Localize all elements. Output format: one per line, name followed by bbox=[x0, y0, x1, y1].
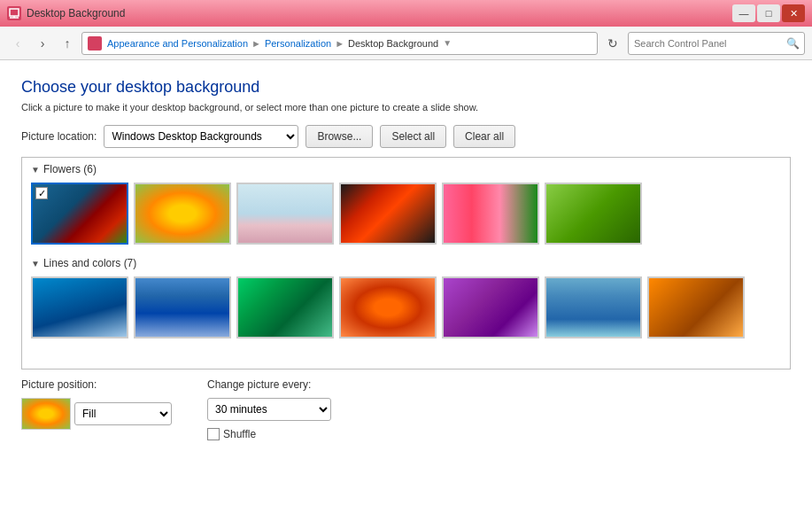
maximize-button[interactable]: □ bbox=[757, 4, 780, 22]
flower-checkbox-1[interactable]: ✓ bbox=[35, 187, 48, 199]
breadcrumb-appearance[interactable]: Appearance and Personalization bbox=[107, 38, 248, 49]
lines-image-grid bbox=[22, 273, 790, 346]
window-controls: — □ ✕ bbox=[732, 4, 805, 22]
lines-image-7[interactable] bbox=[647, 276, 745, 338]
app-icon bbox=[7, 6, 21, 20]
settings-row: Picture position: Fill Fit Stretch Tile … bbox=[21, 370, 791, 447]
lines-image-4[interactable] bbox=[339, 276, 437, 338]
browse-button[interactable]: Browse... bbox=[305, 125, 373, 148]
lines-image-1[interactable] bbox=[31, 276, 128, 338]
up-button[interactable]: ↑ bbox=[57, 33, 78, 54]
shuffle-row: Shuffle bbox=[207, 428, 331, 440]
flower-image-3[interactable] bbox=[236, 183, 334, 245]
forward-button[interactable]: › bbox=[32, 33, 53, 54]
nav-bar: ‹ › ↑ Appearance and Personalization ► P… bbox=[0, 27, 812, 60]
lines-image-3[interactable] bbox=[236, 276, 334, 338]
image-grid-container[interactable]: ▼ Flowers (6) ✓ ▼ Lines and colors (7) bbox=[21, 157, 791, 370]
flower-image-1[interactable]: ✓ bbox=[31, 183, 128, 245]
position-controls: Fill Fit Stretch Tile Center bbox=[21, 398, 172, 430]
position-select[interactable]: Fill Fit Stretch Tile Center bbox=[74, 402, 172, 425]
lines-image-6[interactable] bbox=[545, 276, 642, 338]
lines-image-5[interactable] bbox=[442, 276, 539, 338]
flowers-image-grid: ✓ bbox=[22, 179, 790, 252]
page-title: Choose your desktop background bbox=[21, 78, 791, 97]
change-every-label: Change picture every: bbox=[207, 378, 331, 391]
lines-expand-arrow: ▼ bbox=[31, 259, 40, 268]
picture-location-select[interactable]: Windows Desktop Backgrounds bbox=[104, 125, 298, 148]
flower-image-5[interactable] bbox=[442, 183, 539, 245]
flowers-group-label: Flowers (6) bbox=[43, 163, 97, 175]
lines-image-2[interactable] bbox=[134, 276, 231, 338]
flowers-group-header[interactable]: ▼ Flowers (6) bbox=[22, 158, 790, 179]
page-subtitle: Click a picture to make it your desktop … bbox=[21, 102, 791, 113]
flower-image-2[interactable] bbox=[134, 183, 231, 245]
change-every-select[interactable]: 30 minutes 10 seconds 30 seconds 1 minut… bbox=[207, 398, 331, 421]
main-content: Choose your desktop background Click a p… bbox=[0, 60, 812, 529]
breadcrumb: Appearance and Personalization ► Persona… bbox=[81, 32, 598, 55]
lines-group-header[interactable]: ▼ Lines and colors (7) bbox=[22, 252, 790, 273]
search-container: 🔍 bbox=[628, 32, 805, 55]
flower-image-4[interactable] bbox=[339, 183, 437, 245]
position-label: Picture position: bbox=[21, 378, 172, 391]
back-button[interactable]: ‹ bbox=[7, 33, 28, 54]
picture-location-label: Picture location: bbox=[21, 130, 97, 143]
refresh-button[interactable]: ↻ bbox=[601, 32, 624, 55]
window-title: Desktop Background bbox=[27, 7, 125, 19]
breadcrumb-chevron[interactable]: ▼ bbox=[440, 32, 454, 55]
lines-group-label: Lines and colors (7) bbox=[43, 257, 136, 269]
picture-location-row: Picture location: Windows Desktop Backgr… bbox=[21, 125, 791, 148]
title-bar: Desktop Background — □ ✕ bbox=[0, 0, 812, 27]
position-preview bbox=[21, 398, 71, 430]
breadcrumb-sep-2: ► bbox=[335, 38, 344, 49]
breadcrumb-icon bbox=[88, 36, 102, 51]
flower-image-6[interactable] bbox=[545, 183, 642, 245]
shuffle-checkbox[interactable] bbox=[207, 428, 220, 440]
select-all-button[interactable]: Select all bbox=[380, 125, 446, 148]
breadcrumb-current: Desktop Background bbox=[348, 38, 438, 49]
change-every-group: Change picture every: 30 minutes 10 seco… bbox=[207, 378, 331, 440]
shuffle-label: Shuffle bbox=[223, 428, 256, 440]
breadcrumb-personalization[interactable]: Personalization bbox=[265, 38, 331, 49]
clear-button[interactable]: Clear all bbox=[453, 125, 515, 148]
minimize-button[interactable]: — bbox=[732, 4, 755, 22]
search-input[interactable] bbox=[628, 32, 805, 55]
close-button[interactable]: ✕ bbox=[782, 4, 805, 22]
picture-position-group: Picture position: Fill Fit Stretch Tile … bbox=[21, 378, 172, 440]
flowers-expand-arrow: ▼ bbox=[31, 165, 40, 175]
svg-rect-0 bbox=[10, 9, 19, 16]
breadcrumb-sep-1: ► bbox=[251, 38, 261, 49]
